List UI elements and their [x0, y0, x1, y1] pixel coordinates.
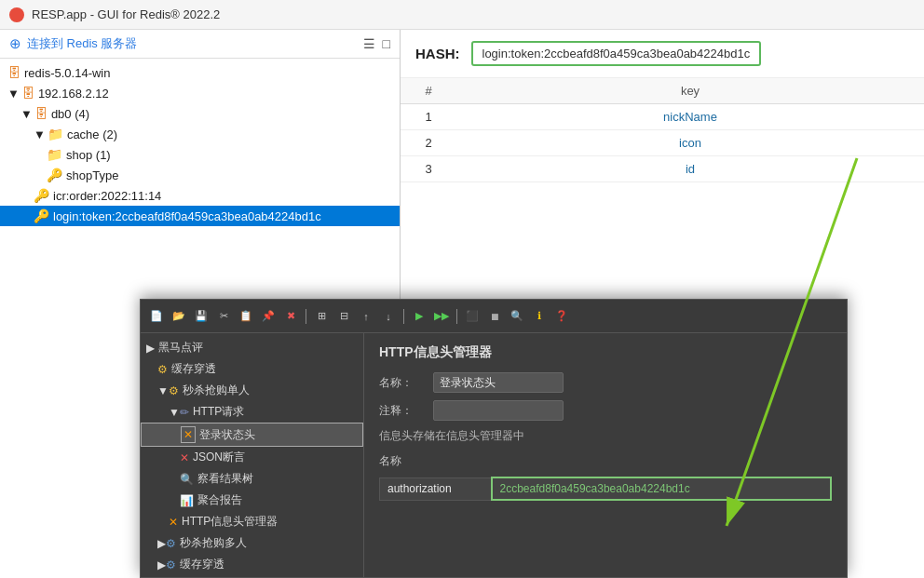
tree-item-shoptype[interactable]: 🔑 shopType: [0, 165, 400, 185]
jmeter-save-btn[interactable]: 💾: [191, 306, 211, 327]
tree-label: redis-5.0.14-win: [24, 66, 111, 80]
jmeter-tree-item-login-header[interactable]: ✕ 登录状态头: [141, 423, 363, 447]
connect-button[interactable]: ⊕ 连接到 Redis 服务器: [9, 35, 137, 52]
tree-label: db0 (4): [51, 107, 89, 121]
jmeter-table-row: authorization 2ccbeafd8f0a459ca3bea0ab42…: [380, 477, 832, 500]
jmeter-toolbar: 📄 📂 💾 ✂ 📋 📌 ✖ ⊞ ⊟ ↑ ↓ ▶ ▶▶ ⬛ ⏹ 🔍 ℹ ❓: [141, 300, 847, 333]
tree-item-ip[interactable]: ▼ 🗄 192.168.2.12: [0, 83, 400, 103]
hash-key-value[interactable]: login:token:2ccbeafd8f0a459ca3bea0ab4224…: [471, 41, 762, 66]
tree-label: 缓存穿透: [171, 361, 216, 377]
jmeter-open-btn[interactable]: 📂: [169, 306, 189, 327]
row-num: 2: [401, 130, 456, 156]
jmeter-header-name: authorization: [380, 477, 492, 500]
jmeter-name-input[interactable]: [433, 372, 564, 393]
jmeter-move-up-btn[interactable]: ↑: [356, 306, 376, 327]
hash-table: # key 1 nickName 2 icon 3 id: [401, 78, 924, 182]
tree-item-icr-order[interactable]: 🔑 icr:order:2022:11:14: [0, 185, 400, 206]
jmeter-clear-btn[interactable]: 🔍: [507, 306, 527, 327]
results-icon: 🔍: [180, 473, 194, 486]
gear-icon: ⚙: [157, 363, 168, 376]
jmeter-name-row: 名称：: [379, 372, 832, 393]
jmeter-delete-btn[interactable]: ✖: [280, 306, 301, 327]
jmeter-stop-btn[interactable]: ⬛: [462, 306, 482, 327]
tree-label: shopType: [66, 168, 118, 182]
assert-icon: ✕: [180, 451, 189, 464]
tree-item-login-token[interactable]: 🔑 login:token:2ccbeafd8f0a459ca3bea0ab42…: [0, 206, 400, 226]
jmeter-info-text: 信息头存储在信息头管理器中: [379, 428, 832, 444]
jmeter-right-panel: HTTP信息头管理器 名称： 注释： 信息头存储在信息头管理器中 名称 auth…: [364, 333, 847, 577]
header-icon: ✕: [181, 426, 196, 443]
arrow-icon: ▶: [157, 558, 166, 571]
arrow-icon: ▼: [7, 87, 20, 101]
jmeter-collapse-btn[interactable]: ⊟: [333, 306, 354, 327]
jmeter-tree-item-view-results[interactable]: 🔍 察看结果树: [141, 468, 363, 490]
row-num: 3: [401, 156, 456, 182]
key-icon: 🔑: [34, 208, 49, 223]
connect-label: 连接到 Redis 服务器: [27, 35, 137, 52]
tree-item-redis-server[interactable]: 🗄 redis-5.0.14-win: [0, 62, 400, 83]
window-icon[interactable]: □: [383, 36, 390, 51]
jmeter-shutdown-btn[interactable]: ⏹: [484, 306, 505, 327]
jmeter-comment-row: 注释：: [379, 400, 832, 421]
tree-label: HTTP信息头管理器: [182, 514, 278, 530]
jmeter-tree-item-seckill-single[interactable]: ▼ ⚙ 秒杀抢购单人: [141, 380, 363, 401]
row-key: id: [456, 156, 924, 182]
jmeter-tree-item-hmdp[interactable]: ▶ 黑马点评: [141, 337, 363, 358]
tree-label: icr:order:2022:11:14: [53, 189, 161, 203]
jmeter-headers-table: authorization 2ccbeafd8f0a459ca3bea0ab42…: [379, 477, 832, 501]
jmeter-run-btn[interactable]: ▶: [409, 306, 429, 327]
folder-icon: ▶: [146, 342, 155, 355]
jmeter-window: 📄 📂 💾 ✂ 📋 📌 ✖ ⊞ ⊟ ↑ ↓ ▶ ▶▶ ⬛ ⏹ 🔍 ℹ ❓ ▶ 黑…: [140, 299, 848, 578]
tree-label: 秒杀抢购单人: [183, 383, 250, 398]
jmeter-tree-item-cache1[interactable]: ⚙ 缓存穿透: [141, 358, 363, 380]
jmeter-cut-btn[interactable]: ✂: [213, 306, 234, 327]
table-row: 3 id: [401, 156, 924, 182]
arrow-icon: ▼: [157, 384, 169, 397]
jmeter-expand-btn[interactable]: ⊞: [311, 306, 332, 327]
jmeter-table-name-label: 名称: [379, 453, 426, 469]
key-icon: 🔑: [47, 168, 62, 182]
folder-icon: 📁: [48, 127, 63, 141]
arrow-icon: ▶: [157, 537, 166, 550]
gear-icon: ⚙: [169, 384, 179, 397]
jmeter-tree-item-seckill-multi[interactable]: ▶ ⚙ 秒杀抢购多人: [141, 532, 363, 554]
toolbar-divider: [403, 309, 404, 324]
tree-item-db0[interactable]: ▼ 🗄 db0 (4): [0, 103, 400, 124]
table-row: 2 icon: [401, 130, 924, 156]
jmeter-tree-item-json-assert[interactable]: ✕ JSON断言: [141, 447, 363, 468]
tree-label: 聚合报告: [197, 492, 242, 508]
menu-icon[interactable]: ☰: [363, 36, 375, 51]
connection-toolbar: ⊕ 连接到 Redis 服务器 ☰ □: [0, 30, 400, 59]
gear-icon: ⚙: [166, 558, 176, 571]
jmeter-name-label: 名称：: [379, 375, 426, 391]
app-icon: [9, 7, 24, 22]
jmeter-copy-btn[interactable]: 📋: [236, 306, 256, 327]
tree-item-shop[interactable]: 📁 shop (1): [0, 144, 400, 165]
jmeter-help-btn[interactable]: ❓: [551, 306, 572, 327]
jmeter-tree-item-http-header-mgr[interactable]: ✕ HTTP信息头管理器: [141, 511, 363, 532]
key-icon: 🔑: [34, 188, 49, 203]
jmeter-comment-input[interactable]: [433, 400, 564, 421]
jmeter-move-dn-btn[interactable]: ↓: [378, 306, 399, 327]
jmeter-tree-item-aggregate[interactable]: 📊 聚合报告: [141, 490, 363, 511]
report-icon: 📊: [180, 494, 194, 507]
tree-label: 192.168.2.12: [38, 87, 109, 101]
jmeter-paste-btn[interactable]: 📌: [258, 306, 279, 327]
app-title: RESP.app - GUI for Redis® 2022.2: [32, 7, 220, 21]
tree-item-cache[interactable]: ▼ 📁 cache (2): [0, 124, 400, 144]
arrow-icon: ▼: [34, 128, 46, 141]
jmeter-content: ▶ 黑马点评 ⚙ 缓存穿透 ▼ ⚙ 秒杀抢购单人 ▼ ✏ HTTP请求: [141, 333, 847, 577]
row-num: 1: [401, 104, 456, 130]
jmeter-tree-item-cache2[interactable]: ▶ ⚙ 缓存穿透: [141, 554, 363, 575]
db-connected-icon: 🗄: [21, 86, 34, 101]
tree-label: 察看结果树: [197, 471, 253, 487]
tree-label: login:token:2ccbeafd8f0a459ca3bea0ab4224…: [53, 209, 321, 223]
tree-label: 秒杀抢购多人: [180, 535, 247, 551]
tree-label: shop (1): [66, 148, 111, 162]
folder-icon: 📁: [47, 147, 62, 162]
jmeter-run-all-btn[interactable]: ▶▶: [431, 306, 452, 327]
jmeter-new-btn[interactable]: 📄: [146, 306, 167, 327]
jmeter-tree-item-http-req[interactable]: ▼ ✏ HTTP请求: [141, 401, 363, 423]
jmeter-info-btn[interactable]: ℹ: [529, 306, 550, 327]
table-row: 1 nickName: [401, 104, 924, 130]
